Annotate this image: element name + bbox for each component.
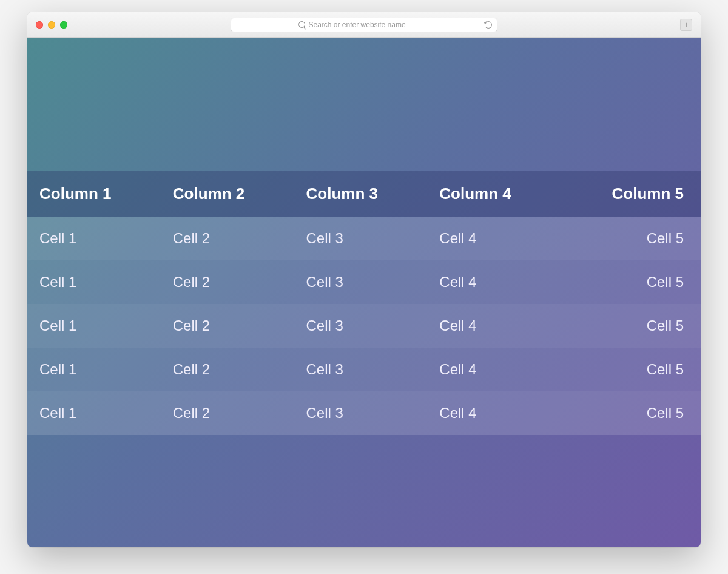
browser-window: + Column 1 Column 2 Column 3 Column 4 Co… <box>27 12 701 547</box>
table-cell: Cell 1 <box>27 348 161 391</box>
fullscreen-window-button[interactable] <box>60 21 67 29</box>
browser-titlebar: + <box>27 12 701 38</box>
table-cell: Cell 1 <box>27 391 161 435</box>
column-header: Column 4 <box>427 171 561 217</box>
table-cell: Cell 5 <box>561 348 701 391</box>
table-cell: Cell 2 <box>161 260 294 304</box>
table-cell: Cell 2 <box>161 348 294 391</box>
table-cell: Cell 4 <box>427 391 561 435</box>
table-cell: Cell 4 <box>427 217 561 260</box>
table-cell: Cell 4 <box>427 304 561 348</box>
table-cell: Cell 5 <box>561 217 701 260</box>
table-cell: Cell 5 <box>561 304 701 348</box>
table-cell: Cell 3 <box>294 217 428 260</box>
column-header: Column 2 <box>161 171 294 217</box>
table-cell: Cell 3 <box>294 260 428 304</box>
address-input[interactable] <box>309 21 430 29</box>
table-row: Cell 1 Cell 2 Cell 3 Cell 4 Cell 5 <box>27 348 701 391</box>
table-row: Cell 1 Cell 2 Cell 3 Cell 4 Cell 5 <box>27 260 701 304</box>
table-cell: Cell 3 <box>294 304 428 348</box>
search-icon <box>298 21 305 28</box>
table-cell: Cell 1 <box>27 304 161 348</box>
plus-icon: + <box>684 21 689 29</box>
table-cell: Cell 1 <box>27 217 161 260</box>
table-cell: Cell 5 <box>561 391 701 435</box>
table-row: Cell 1 Cell 2 Cell 3 Cell 4 Cell 5 <box>27 391 701 435</box>
table-cell: Cell 3 <box>294 348 428 391</box>
traffic-lights-group <box>36 21 67 29</box>
table-row: Cell 1 Cell 2 Cell 3 Cell 4 Cell 5 <box>27 217 701 260</box>
table-cell: Cell 4 <box>427 260 561 304</box>
minimize-window-button[interactable] <box>48 21 55 29</box>
table-cell: Cell 2 <box>161 304 294 348</box>
table-header-row: Column 1 Column 2 Column 3 Column 4 Colu… <box>27 171 701 217</box>
reload-icon[interactable] <box>485 21 492 29</box>
address-bar[interactable] <box>231 18 497 32</box>
table-cell: Cell 1 <box>27 260 161 304</box>
table-cell: Cell 4 <box>427 348 561 391</box>
new-tab-button[interactable]: + <box>680 19 692 31</box>
table-cell: Cell 2 <box>161 391 294 435</box>
close-window-button[interactable] <box>36 21 43 29</box>
column-header: Column 1 <box>27 171 161 217</box>
column-header: Column 3 <box>294 171 428 217</box>
table-cell: Cell 2 <box>161 217 294 260</box>
column-header: Column 5 <box>561 171 701 217</box>
table-cell: Cell 3 <box>294 391 428 435</box>
data-table: Column 1 Column 2 Column 3 Column 4 Colu… <box>27 171 701 435</box>
table-cell: Cell 5 <box>561 260 701 304</box>
page-viewport: Column 1 Column 2 Column 3 Column 4 Colu… <box>27 38 701 547</box>
table-row: Cell 1 Cell 2 Cell 3 Cell 4 Cell 5 <box>27 304 701 348</box>
